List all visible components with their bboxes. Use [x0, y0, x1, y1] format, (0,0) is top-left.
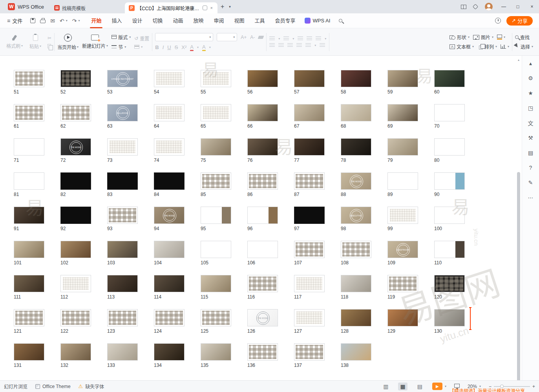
ribbon-tab[interactable]: 动画	[168, 13, 188, 28]
slide-thumbnail[interactable]: 122	[60, 309, 91, 333]
play-from-page-button[interactable]: 当页开始▾	[57, 34, 79, 50]
slide-thumbnail[interactable]: 65	[201, 104, 231, 128]
slide-thumbnail[interactable]: 101	[14, 241, 44, 265]
slide-sorter-view-button[interactable]: ▦	[398, 383, 407, 390]
slide-thumbnail[interactable]: 104	[154, 241, 185, 265]
maximize-button[interactable]: □	[511, 0, 525, 13]
properties-icon[interactable]: ⚙	[526, 74, 536, 82]
slide-thumbnail[interactable]: 108	[341, 241, 371, 265]
slide-sorter-area[interactable]: 51 52 CHINESE RESTAURANT 53 54 55 56 57 …	[0, 56, 522, 380]
numbered-list-icon[interactable]	[283, 37, 289, 40]
slide-thumbnail[interactable]: 123	[107, 309, 138, 333]
slide-thumbnail[interactable]: EXECUTIVE 98	[341, 207, 371, 231]
slide-thumbnail[interactable]: 70	[434, 104, 465, 128]
slide-thumbnail[interactable]: 127	[294, 309, 325, 333]
notes-icon[interactable]: ▤	[526, 148, 536, 157]
tab-close-icon[interactable]: ×	[210, 5, 214, 10]
slide-thumbnail[interactable]: THE MODE 126	[247, 309, 278, 333]
export-icon[interactable]: ✉	[50, 18, 55, 24]
reset-button[interactable]: ↺重置	[134, 35, 149, 42]
cut-button[interactable]: ✂	[48, 35, 51, 41]
clear-format-button[interactable]	[258, 36, 263, 39]
reading-view-button[interactable]: ▤	[415, 383, 424, 390]
slide-thumbnail[interactable]: 73	[107, 138, 138, 163]
layout-panel-icon[interactable]: ◳	[526, 104, 536, 112]
zoom-in-button[interactable]: +	[532, 384, 535, 389]
slide-thumbnail[interactable]: 77	[294, 138, 325, 163]
font-color-button[interactable]: A	[190, 44, 194, 51]
slide-thumbnail[interactable]: 78	[341, 138, 371, 163]
slide-thumbnail[interactable]: 89	[387, 172, 418, 197]
slide-thumbnail[interactable]: 100	[434, 207, 465, 231]
slide-thumbnail[interactable]: 91	[14, 207, 44, 231]
slideshow-caret-icon[interactable]: ▾	[445, 385, 446, 388]
slide-thumbnail[interactable]: 125	[201, 309, 231, 333]
slide-thumbnail[interactable]: 75	[201, 138, 231, 163]
slide-thumbnail[interactable]: 55	[201, 70, 231, 94]
scroll-top-icon[interactable]: ▴	[526, 59, 536, 68]
underline-button[interactable]: U	[167, 44, 171, 50]
bullet-list-icon[interactable]	[269, 37, 275, 40]
justify-icon[interactable]	[296, 43, 302, 47]
font-family-select[interactable]: ▾	[155, 33, 213, 41]
italic-button[interactable]: I	[163, 44, 164, 50]
slide-tools-button[interactable]: ▾	[134, 45, 149, 49]
app-home-tab[interactable]: W WPS Office	[2, 0, 50, 13]
slide-thumbnail[interactable]: 82	[60, 172, 91, 197]
slide-thumbnail[interactable]: 64	[154, 104, 185, 128]
paste-button[interactable]: 粘贴▾	[27, 35, 44, 49]
zoom-track[interactable]	[494, 386, 530, 387]
slide-thumbnail[interactable]: 95	[201, 207, 231, 231]
slide-thumbnail[interactable]: 67	[294, 104, 325, 128]
line-spacing-icon[interactable]	[305, 43, 311, 47]
slide-thumbnail[interactable]: 102	[60, 241, 91, 265]
select-button[interactable]: 选择▾	[515, 43, 533, 50]
slide-thumbnail[interactable]: 52	[60, 70, 91, 94]
slide-thumbnail[interactable]: 86	[247, 172, 278, 197]
slide-thumbnail[interactable]: 60	[434, 70, 465, 94]
theme-button[interactable]: Office Theme	[35, 384, 71, 389]
picture-button[interactable]: 图片▾	[473, 34, 493, 40]
fit-screen-icon[interactable]	[454, 384, 460, 388]
ribbon-tab[interactable]: 设计	[127, 13, 147, 28]
grow-font-button[interactable]: A+	[241, 35, 247, 40]
slide-thumbnail[interactable]: 121	[14, 309, 44, 333]
slide-thumbnail[interactable]: CHINESE RESTAURANT 53	[107, 70, 138, 94]
font-size-select[interactable]: ▾	[217, 33, 237, 41]
strikethrough-button[interactable]: S	[175, 44, 178, 50]
slide-thumbnail[interactable]: 90	[434, 172, 465, 197]
slide-thumbnail[interactable]: 66	[247, 104, 278, 128]
undo-icon[interactable]: ↶	[60, 18, 64, 24]
superscript-button[interactable]: X²	[181, 44, 186, 50]
slide-thumbnail[interactable]: 83	[107, 172, 138, 197]
slide-thumbnail[interactable]: THE MODE 94	[154, 207, 185, 231]
slide-thumbnail[interactable]: 56	[247, 70, 278, 94]
align-right-icon[interactable]	[287, 43, 293, 47]
promo-banner[interactable]: 【精选频道】海量设计模板资源分享	[449, 388, 525, 392]
slide-thumbnail[interactable]: 138	[341, 343, 371, 368]
slide-thumbnail[interactable]: 135	[201, 343, 231, 368]
save-icon[interactable]	[30, 18, 35, 23]
slide-thumbnail[interactable]: 136	[247, 343, 278, 368]
help-icon[interactable]: ?	[526, 163, 536, 172]
split-view-icon[interactable]	[461, 5, 466, 9]
slide-thumbnail[interactable]: 68	[341, 104, 371, 128]
undo-caret-icon[interactable]: ▾	[66, 19, 68, 22]
arrange-button[interactable]: 排列▾	[477, 43, 497, 50]
user-avatar[interactable]	[485, 3, 493, 11]
slide-thumbnail[interactable]: 71	[14, 138, 44, 163]
history-icon[interactable]	[495, 18, 501, 24]
wps-ai-button[interactable]: WPS AI	[301, 18, 334, 24]
redo-caret-icon[interactable]: ▾	[78, 19, 80, 22]
more-icon[interactable]: ⋯	[526, 193, 536, 202]
slide-thumbnail[interactable]: 74	[154, 138, 185, 163]
vertical-scrollbar[interactable]: ▴ ▾	[516, 58, 521, 378]
copy-button[interactable]	[48, 44, 51, 48]
doc-tab-inactive[interactable]: 找稿壳模板	[50, 2, 125, 13]
bold-button[interactable]: B	[155, 44, 159, 50]
favorites-icon[interactable]: ★	[526, 89, 536, 97]
slide-thumbnail[interactable]: 116	[247, 275, 278, 299]
slide-thumbnail[interactable]: 59	[387, 70, 418, 94]
text-direction-icon[interactable]	[316, 37, 321, 40]
slide-thumbnail[interactable]: 131	[14, 343, 44, 368]
